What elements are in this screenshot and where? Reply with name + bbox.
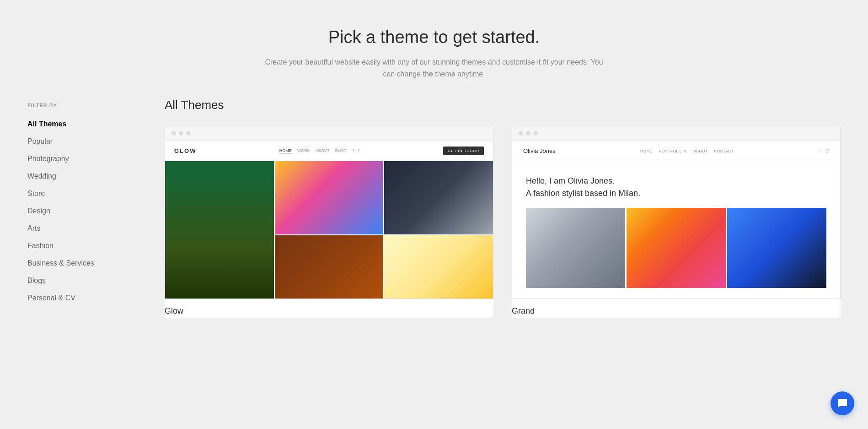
grand-img-sky xyxy=(727,208,826,288)
grand-headline-line2: A fashion stylist based in Milan. xyxy=(526,187,826,200)
sidebar-item-popular[interactable]: Popular xyxy=(27,134,137,149)
glow-img-portrait xyxy=(275,235,384,299)
glow-nav-social: 𝕋 𝔽 xyxy=(352,148,360,153)
theme-preview-glow: GLOW HOME WORK ABOUT BLOG 𝕋 𝔽 xyxy=(165,125,493,299)
grand-nav-links: HOME PORTFOLIO ∨ ABOUT CONTACT xyxy=(640,149,734,153)
sidebar-item-wedding[interactable]: Wedding xyxy=(27,168,137,184)
glow-gallery xyxy=(165,161,493,299)
theme-preview-grand: Olivia Jones HOME PORTFOLIO ∨ ABOUT CONT… xyxy=(512,125,841,299)
grand-img-street xyxy=(526,208,625,288)
glow-mockup: GLOW HOME WORK ABOUT BLOG 𝕋 𝔽 xyxy=(165,141,493,299)
sidebar-link-popular[interactable]: Popular xyxy=(27,134,137,149)
sidebar-link-blogs[interactable]: Blogs xyxy=(27,273,137,288)
themes-heading: All Themes xyxy=(165,98,841,112)
twitter-icon: 𝕋 xyxy=(352,149,355,153)
main-content: FILTER BY All Themes Popular Photography… xyxy=(0,98,868,336)
glow-img-light xyxy=(384,235,493,299)
glow-img-trees xyxy=(165,161,274,299)
glow-nav-links: HOME WORK ABOUT BLOG 𝕋 𝔽 xyxy=(279,148,360,153)
glow-nav-home: HOME xyxy=(279,148,292,153)
sidebar-item-design[interactable]: Design xyxy=(27,203,137,219)
sidebar-item-business-services[interactable]: Business & Services xyxy=(27,255,137,271)
glow-nav: GLOW HOME WORK ABOUT BLOG 𝕋 𝔽 xyxy=(165,141,493,161)
grand-theme-name: Grand xyxy=(512,299,841,318)
glow-nav-blog: BLOG xyxy=(335,148,347,153)
glow-cta-button[interactable]: GET IN TOUCH xyxy=(443,147,484,155)
sidebar-link-wedding[interactable]: Wedding xyxy=(27,168,137,184)
glow-logo: GLOW xyxy=(174,147,196,154)
grand-nav-about: ABOUT xyxy=(693,149,707,153)
glow-img-flowers xyxy=(275,161,384,234)
sidebar-link-design[interactable]: Design xyxy=(27,203,137,219)
grand-nav-home: HOME xyxy=(640,149,653,153)
grand-twitter-icon: ♡ xyxy=(818,149,822,153)
browser-dot-1 xyxy=(171,131,176,136)
grand-nav-portfolio: PORTFOLIO ∨ xyxy=(659,149,687,153)
glow-theme-name: Glow xyxy=(165,299,493,318)
browser-dot-g1 xyxy=(519,131,523,136)
sidebar-item-blogs[interactable]: Blogs xyxy=(27,273,137,288)
sidebar-item-personal-cv[interactable]: Personal & CV xyxy=(27,290,137,306)
grand-headline-line1: Hello, I am Olivia Jones. xyxy=(526,175,826,187)
grand-gallery xyxy=(526,208,826,288)
hero-subtitle: Create your beautiful website easily wit… xyxy=(260,56,608,80)
sidebar: FILTER BY All Themes Popular Photography… xyxy=(27,98,137,318)
grand-nav-icons: ♡ ☐ xyxy=(818,149,829,153)
theme-card-grand[interactable]: Olivia Jones HOME PORTFOLIO ∨ ABOUT CONT… xyxy=(512,125,841,318)
grand-instagram-icon: ☐ xyxy=(825,149,829,153)
sidebar-item-store[interactable]: Store xyxy=(27,186,137,201)
sidebar-link-personal-cv[interactable]: Personal & CV xyxy=(27,290,137,306)
browser-bar-grand xyxy=(512,125,840,141)
sidebar-nav: All Themes Popular Photography Wedding S… xyxy=(27,116,137,306)
sidebar-item-photography[interactable]: Photography xyxy=(27,151,137,167)
grand-img-neon xyxy=(627,208,726,288)
themes-grid: GLOW HOME WORK ABOUT BLOG 𝕋 𝔽 xyxy=(165,125,841,318)
hero-section: Pick a theme to get started. Create your… xyxy=(0,0,868,98)
sidebar-link-all-themes[interactable]: All Themes xyxy=(27,116,137,132)
sidebar-item-arts[interactable]: Arts xyxy=(27,221,137,236)
chat-button[interactable] xyxy=(830,391,854,415)
browser-dot-g3 xyxy=(533,131,538,136)
sidebar-item-all-themes[interactable]: All Themes xyxy=(27,116,137,132)
browser-dot-2 xyxy=(179,131,183,136)
sidebar-item-fashion[interactable]: Fashion xyxy=(27,238,137,254)
sidebar-link-store[interactable]: Store xyxy=(27,186,137,201)
glow-nav-about: ABOUT xyxy=(316,148,330,153)
chat-icon xyxy=(837,398,848,409)
glow-nav-work: WORK xyxy=(297,148,310,153)
browser-dot-g2 xyxy=(526,131,530,136)
grand-nav-contact: CONTACT xyxy=(714,149,734,153)
sidebar-link-photography[interactable]: Photography xyxy=(27,151,137,167)
themes-area: All Themes GLOW xyxy=(165,98,841,318)
sidebar-link-fashion[interactable]: Fashion xyxy=(27,238,137,254)
hero-title: Pick a theme to get started. xyxy=(9,27,859,47)
filter-label: FILTER BY xyxy=(27,103,137,108)
grand-nav: Olivia Jones HOME PORTFOLIO ∨ ABOUT CONT… xyxy=(512,141,840,161)
grand-mockup: Olivia Jones HOME PORTFOLIO ∨ ABOUT CONT… xyxy=(512,141,840,299)
grand-headline: Hello, I am Olivia Jones. A fashion styl… xyxy=(526,175,826,200)
grand-content: Hello, I am Olivia Jones. A fashion styl… xyxy=(512,161,840,293)
grand-logo: Olivia Jones xyxy=(523,147,556,154)
browser-dot-3 xyxy=(186,131,191,136)
theme-card-glow[interactable]: GLOW HOME WORK ABOUT BLOG 𝕋 𝔽 xyxy=(165,125,493,318)
glow-img-dark xyxy=(384,161,493,234)
page-wrapper: Pick a theme to get started. Create your… xyxy=(0,0,868,429)
sidebar-link-business-services[interactable]: Business & Services xyxy=(27,255,137,271)
facebook-icon: 𝔽 xyxy=(358,149,360,153)
sidebar-link-arts[interactable]: Arts xyxy=(27,221,137,236)
browser-bar-glow xyxy=(165,125,493,141)
